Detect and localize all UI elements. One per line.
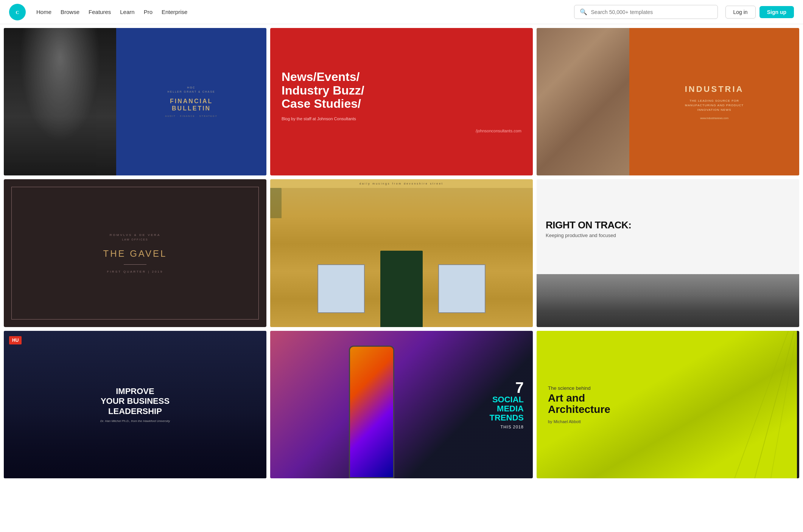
nav-pro[interactable]: Pro <box>144 9 153 15</box>
divider <box>124 264 146 265</box>
template-card-business-leadership[interactable]: HU IMPROVE YOUR BUSINESS LEADERSHIP Dr. … <box>4 331 266 478</box>
card-url: www.industrianews.com <box>700 117 728 119</box>
card-blog-label: Blog by the staff at Johnson Consultants <box>282 116 521 121</box>
card-author: by Michael Abbott <box>548 419 610 424</box>
university-badge: HU <box>9 336 22 344</box>
card-title: SOCIAL MEDIA TRENDS <box>490 395 524 423</box>
card-year: THIS 2018 <box>490 425 524 429</box>
card-building-image <box>270 188 533 327</box>
card-phone-image <box>349 346 394 478</box>
template-card-right-on-track[interactable]: RIGHT ON TRACK: Keeping productive and f… <box>537 179 799 327</box>
card-description: AUDIT · FINANCE · STRATEGY <box>165 115 218 117</box>
header: C Home Browse Features Learn Pro Enterpr… <box>0 0 803 24</box>
template-card-devonshire[interactable]: daily musings from devonshire street <box>270 179 533 327</box>
template-card-financial-bulletin[interactable]: HGC HELLER GRANT & CHASE FINANCIAL BULLE… <box>4 28 266 175</box>
phone-screen <box>350 347 393 477</box>
firm-abbr: HGC <box>187 86 196 89</box>
card-image-left <box>4 28 116 175</box>
template-card-news-events[interactable]: News/Events/ Industry Buzz/ Case Studies… <box>270 28 533 175</box>
template-card-art-architecture[interactable]: The science behind Art and Architecture … <box>537 331 799 478</box>
logo[interactable]: C <box>9 4 26 20</box>
offices-label: LAW OFFICES <box>122 238 148 241</box>
card-accent-bar <box>797 331 799 478</box>
card-city-image <box>537 274 799 327</box>
svg-text:C: C <box>16 9 19 15</box>
card-content: INDUSTRIA THE LEADING SOURCE FOR MANUFAC… <box>629 28 799 175</box>
card-title: RIGHT ON TRACK: <box>546 220 631 231</box>
login-button[interactable]: Log in <box>725 6 756 19</box>
signup-button[interactable]: Sign up <box>759 6 794 18</box>
card-header-text: daily musings from devonshire street <box>270 179 533 188</box>
search-bar: 🔍 <box>574 5 718 19</box>
card-title: News/Events/ Industry Buzz/ Case Studies… <box>282 70 521 110</box>
card-title: FINANCIAL BULLETIN <box>170 98 213 112</box>
card-number: 7 <box>490 380 524 395</box>
template-card-social-media-trends[interactable]: 7 SOCIAL MEDIA TRENDS THIS 2018 <box>270 331 533 478</box>
card-content-top: RIGHT ON TRACK: Keeping productive and f… <box>537 179 799 274</box>
card-url: /johnsonconsultants.com <box>476 129 521 133</box>
nav-browse[interactable]: Browse <box>61 9 79 15</box>
nav-learn[interactable]: Learn <box>120 9 134 15</box>
search-input[interactable] <box>591 9 712 15</box>
template-grid: HGC HELLER GRANT & CHASE FINANCIAL BULLE… <box>0 24 803 482</box>
card-title: Art and Architecture <box>548 392 610 416</box>
card-subtitle: The science behind <box>548 385 610 391</box>
card-content: 7 SOCIAL MEDIA TRENDS THIS 2018 <box>490 380 524 430</box>
nav-features[interactable]: Features <box>89 9 111 15</box>
card-author: Dr. Han Mitchel Ph.D., from the Hawkford… <box>100 419 170 423</box>
card-title: INDUSTRIA <box>685 84 744 94</box>
firm-name: HELLER GRANT & CHASE <box>168 90 215 93</box>
nav-home[interactable]: Home <box>36 9 51 15</box>
card-description: THE LEADING SOURCE FOR MANUFACTURING AND… <box>685 99 744 112</box>
card-quarter: FIRST QUARTER | 2019 <box>107 270 163 273</box>
firm-name: ROMVLVS & DE VERA <box>110 233 160 237</box>
card-image-aerial <box>537 28 629 175</box>
template-card-gavel[interactable]: ROMVLVS & DE VERA LAW OFFICES THE GAVEL … <box>4 179 266 327</box>
template-card-industria[interactable]: INDUSTRIA THE LEADING SOURCE FOR MANUFAC… <box>537 28 799 175</box>
card-title: IMPROVE YOUR BUSINESS LEADERSHIP <box>100 386 170 416</box>
main-nav: Home Browse Features Learn Pro Enterpris… <box>36 9 566 15</box>
card-title: THE GAVEL <box>103 248 167 259</box>
search-icon: 🔍 <box>580 8 587 16</box>
card-content: IMPROVE YOUR BUSINESS LEADERSHIP Dr. Han… <box>100 386 170 423</box>
card-content: The science behind Art and Architecture … <box>548 385 610 424</box>
card-subtitle: Keeping productive and focused <box>546 233 616 238</box>
card-content-right: HGC HELLER GRANT & CHASE FINANCIAL BULLE… <box>116 28 266 175</box>
nav-enterprise[interactable]: Enterprise <box>162 9 187 15</box>
